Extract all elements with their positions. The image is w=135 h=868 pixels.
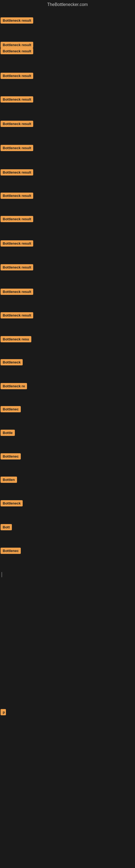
result-row: Bottleneck result: [1, 193, 33, 200]
bottleneck-badge: Bottleneck: [1, 359, 23, 365]
bottleneck-badge: Bottleneck resu: [1, 336, 31, 342]
bottleneck-badge: Bottleneck result: [1, 73, 33, 79]
bottleneck-badge: Bottleneck result: [1, 48, 33, 54]
bottleneck-badge: Bottleneck result: [1, 145, 33, 151]
result-row: Bottlen: [1, 476, 17, 484]
result-row: Bottleneck result: [1, 145, 33, 152]
result-row: Bottleneck result: [1, 73, 33, 80]
result-row: Bottlenec: [1, 548, 21, 555]
result-row: Bottleneck result: [1, 169, 33, 177]
bottleneck-badge: Bott: [1, 524, 12, 530]
result-row: Bottleneck: [1, 500, 23, 507]
bottom-badge-row: p: [1, 709, 6, 716]
bottleneck-badge: Bottleneck result: [1, 216, 33, 222]
result-row: Bottleneck result: [1, 289, 33, 296]
main-content: Bottleneck resultBottleneck resultBottle…: [0, 9, 135, 868]
result-row: Bottleneck result: [1, 216, 33, 223]
page-container: TheBottlenecker.com Bottleneck resultBot…: [0, 0, 135, 868]
result-row: Bottleneck result: [1, 240, 33, 248]
bottleneck-badge: Bottleneck re: [1, 383, 27, 389]
bottleneck-badge: Bottleneck result: [1, 240, 33, 247]
bottleneck-badge: Bottleneck result: [1, 42, 33, 48]
bottleneck-badge: Bottlen: [1, 476, 17, 483]
bottleneck-badge: Bottleneck result: [1, 193, 33, 199]
result-row: Bottle: [1, 430, 15, 437]
result-row: Bottleneck result: [1, 48, 33, 55]
result-row: Bottleneck result: [1, 312, 33, 319]
bottleneck-badge: Bottle: [1, 430, 15, 436]
result-row: Bottleneck re: [1, 383, 27, 390]
bottleneck-badge: Bottlenec: [1, 548, 21, 554]
bottleneck-badge: Bottleneck result: [1, 96, 33, 102]
bottleneck-badge: Bottleneck result: [1, 121, 33, 127]
bottleneck-badge: Bottlenec: [1, 406, 21, 412]
result-row: Bottleneck result: [1, 18, 33, 25]
result-row: Bottleneck result: [1, 96, 33, 104]
result-row: Bott: [1, 524, 12, 531]
vertical-line: |: [1, 571, 2, 578]
bottleneck-badge: Bottleneck result: [1, 264, 33, 271]
bottleneck-badge: Bottleneck result: [1, 289, 33, 295]
bottleneck-badge: Bottleneck result: [1, 312, 33, 318]
result-row: Bottlenec: [1, 453, 21, 461]
result-row: Bottleneck: [1, 359, 23, 367]
bottleneck-badge: Bottlenec: [1, 453, 21, 460]
result-row: Bottlenec: [1, 406, 21, 413]
result-row: Bottleneck result: [1, 121, 33, 128]
result-row: Bottleneck result: [1, 264, 33, 272]
bottleneck-badge: Bottleneck: [1, 500, 23, 506]
bottleneck-badge: Bottleneck result: [1, 18, 33, 24]
result-row: Bottleneck resu: [1, 336, 31, 343]
bottom-badge: p: [1, 709, 6, 715]
bottleneck-badge: Bottleneck result: [1, 169, 33, 176]
site-title: TheBottlenecker.com: [0, 0, 135, 9]
